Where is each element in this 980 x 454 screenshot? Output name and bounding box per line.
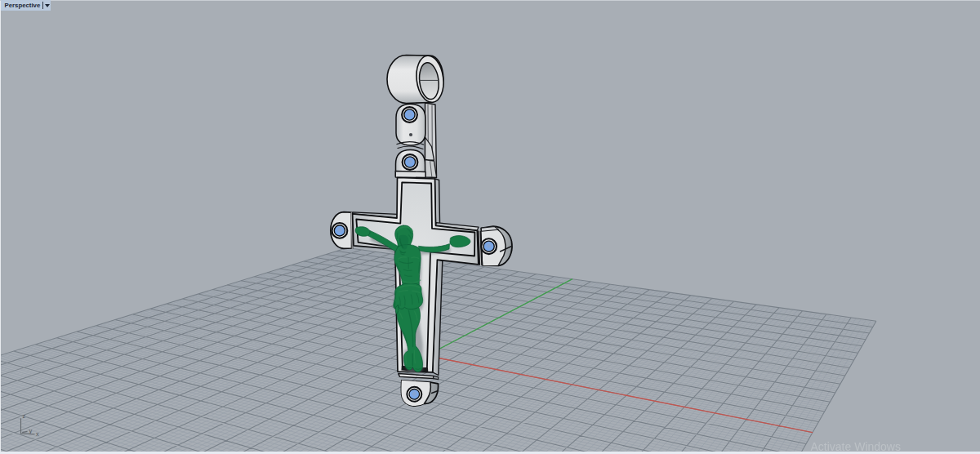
svg-text:z: z bbox=[23, 412, 26, 420]
svg-text:x: x bbox=[36, 430, 39, 438]
svg-text:y: y bbox=[29, 427, 33, 434]
